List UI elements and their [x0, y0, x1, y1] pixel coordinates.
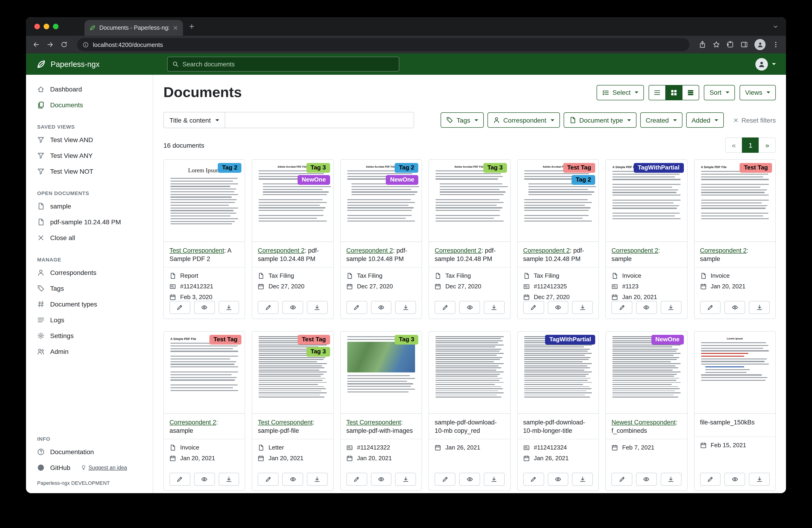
document-thumbnail[interactable]: Lorem ipsum — [694, 331, 775, 414]
tag-badge[interactable]: Test Tag — [563, 163, 595, 173]
edit-button[interactable] — [435, 301, 456, 314]
document-card[interactable]: TagWithPartialsample-pdf-download-10-mb-… — [517, 331, 599, 491]
site-info-icon[interactable] — [83, 42, 89, 47]
correspondent-link[interactable]: Correspondent 2 — [435, 247, 481, 254]
close-window-button[interactable] — [34, 24, 40, 29]
filter-tags-button[interactable]: Tags — [441, 112, 484, 128]
download-button[interactable] — [749, 473, 770, 486]
download-button[interactable] — [307, 301, 328, 314]
reload-button[interactable] — [60, 41, 68, 48]
tag-badge[interactable]: Tag 2 — [218, 163, 242, 173]
view-grid-button[interactable] — [665, 85, 682, 100]
select-button[interactable]: Select — [597, 85, 644, 100]
reset-filters-button[interactable]: Reset filters — [733, 116, 776, 124]
view-detail-button[interactable] — [682, 85, 699, 100]
back-button[interactable] — [32, 41, 40, 48]
view-button[interactable] — [636, 473, 657, 486]
view-button[interactable] — [636, 301, 657, 314]
forward-button[interactable] — [46, 41, 54, 48]
document-thumbnail[interactable]: A Simple PDF FileTagWithPartial — [606, 160, 687, 242]
edit-button[interactable] — [700, 301, 721, 314]
document-card[interactable]: A Simple PDF FileTest TagCorrespondent 2… — [694, 159, 776, 319]
correspondent-link[interactable]: Correspondent 2 — [700, 247, 746, 254]
edit-button[interactable] — [170, 301, 190, 314]
document-card[interactable]: Adobe Acrobat PDF FilesTag 3Corresponden… — [429, 159, 511, 319]
view-list-button[interactable] — [649, 85, 666, 100]
document-thumbnail[interactable]: Test TagTag 3 — [252, 331, 333, 414]
global-search-input[interactable] — [183, 61, 394, 68]
filter-added-button[interactable]: Added — [686, 112, 724, 128]
sidebar-item-test-view-any[interactable]: Test View ANY — [26, 148, 153, 163]
correspondent-link[interactable]: Correspondent 2 — [611, 247, 658, 254]
document-card[interactable]: sample-pdf-download-10-mb copy_redJan 26… — [429, 331, 511, 491]
document-thumbnail[interactable]: Adobe Acrobat PDF FilesTag 3NewOne — [252, 160, 333, 242]
tag-badge[interactable]: Tag 3 — [483, 163, 507, 173]
tag-badge[interactable]: NewOne — [386, 175, 419, 185]
document-thumbnail[interactable]: TagWithPartial — [518, 331, 598, 414]
filter-correspondent-button[interactable]: Correspondent — [488, 112, 560, 128]
tag-badge[interactable]: TagWithPartial — [545, 335, 595, 345]
edit-button[interactable] — [346, 473, 367, 486]
correspondent-link[interactable]: Correspondent 2 — [258, 247, 305, 254]
page-1-button[interactable]: 1 — [742, 138, 759, 153]
edit-button[interactable] — [346, 301, 367, 314]
download-button[interactable] — [661, 473, 682, 486]
tag-badge[interactable]: Tag 2 — [571, 175, 595, 185]
document-card[interactable]: Test TagTag 3Test Correspondent: sample-… — [252, 331, 334, 491]
sidebar-item-tags[interactable]: Tags — [26, 281, 153, 296]
next-page-button[interactable]: » — [759, 138, 776, 153]
sidebar-item-pdf-sample-10-24-48-pm[interactable]: pdf-sample 10.24.48 PM — [26, 214, 153, 230]
tag-badge[interactable]: Tag 3 — [306, 163, 330, 173]
view-button[interactable] — [371, 473, 392, 486]
download-button[interactable] — [484, 473, 505, 486]
browser-menu-button[interactable] — [772, 41, 780, 48]
tag-badge[interactable]: Tag 2 — [395, 163, 419, 173]
sidebar-item-admin[interactable]: Admin — [26, 344, 153, 359]
sidebar-item-logs[interactable]: Logs — [26, 312, 153, 328]
document-thumbnail[interactable] — [429, 331, 510, 414]
tag-badge[interactable]: TagWithPartial — [634, 163, 684, 173]
sidebar-item-test-view-not[interactable]: Test View NOT — [26, 163, 153, 179]
edit-button[interactable] — [611, 473, 632, 486]
tag-badge[interactable]: NewOne — [298, 175, 330, 185]
document-thumbnail[interactable]: A Simple PDF FileTest Tag — [164, 331, 245, 414]
correspondent-link[interactable]: Correspondent 2 — [523, 247, 570, 254]
edit-button[interactable] — [435, 473, 456, 486]
global-search[interactable] — [167, 57, 399, 72]
tab-search-icon[interactable] — [772, 24, 779, 29]
document-thumbnail[interactable]: Adobe Acrobat PDF FilesTest TagTag 2 — [518, 160, 598, 242]
correspondent-link[interactable]: Test Correspondent — [346, 419, 401, 426]
sidebar-item-github[interactable]: GitHubSuggest an idea — [26, 460, 153, 475]
download-button[interactable] — [307, 473, 328, 486]
new-tab-button[interactable] — [188, 23, 195, 30]
tag-badge[interactable]: Test Tag — [298, 335, 330, 345]
document-thumbnail[interactable]: Tag 3 — [341, 331, 422, 414]
view-button[interactable] — [371, 301, 392, 314]
sidebar-item-document-types[interactable]: Document types — [26, 296, 153, 312]
download-button[interactable] — [661, 301, 682, 314]
download-button[interactable] — [749, 301, 770, 314]
edit-button[interactable] — [700, 473, 721, 486]
app-brand[interactable]: Paperless-ngx — [26, 59, 153, 69]
extensions-button[interactable] — [727, 41, 734, 48]
minimize-window-button[interactable] — [44, 24, 49, 29]
download-button[interactable] — [484, 301, 505, 314]
edit-button[interactable] — [523, 473, 544, 486]
correspondent-link[interactable]: Correspondent 2 — [346, 247, 393, 254]
document-card[interactable]: NewOneNewest Correspondent: f_combinedsF… — [605, 331, 687, 491]
view-button[interactable] — [548, 301, 568, 314]
document-card[interactable]: Lorem IpsumTag 2Test Correspondent: A Sa… — [163, 159, 245, 319]
view-button[interactable] — [459, 473, 480, 486]
document-thumbnail[interactable]: Lorem IpsumTag 2 — [164, 160, 245, 242]
bookmark-button[interactable] — [713, 41, 720, 48]
sidebar-item-correspondents[interactable]: Correspondents — [26, 265, 153, 281]
filter-created-button[interactable]: Created — [640, 112, 682, 128]
edit-button[interactable] — [523, 301, 544, 314]
download-button[interactable] — [218, 473, 239, 486]
profile-button[interactable] — [754, 39, 766, 50]
tag-badge[interactable]: Test Tag — [740, 163, 772, 173]
view-button[interactable] — [459, 301, 480, 314]
views-button[interactable]: Views — [740, 85, 776, 100]
correspondent-link[interactable]: Correspondent 2 — [170, 419, 216, 426]
document-card[interactable]: A Simple PDF FileTagWithPartialCorrespon… — [605, 159, 687, 319]
